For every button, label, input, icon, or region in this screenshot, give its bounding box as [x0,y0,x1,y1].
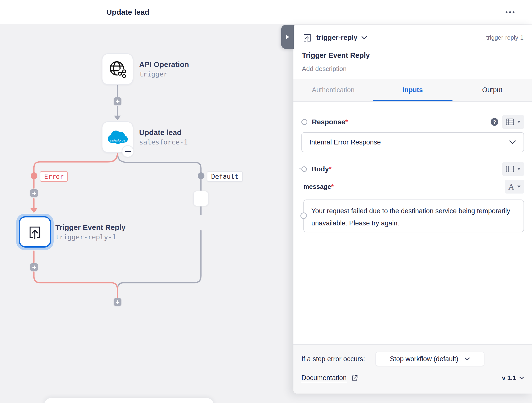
default-branch-endpoint[interactable] [193,191,209,206]
error-behavior-select[interactable]: Stop workflow (default) [375,352,484,366]
response-field-row: Response* ? [301,115,524,129]
external-link-icon [351,374,358,382]
step-id: trigger-reply-1 [486,34,524,41]
plus-icon [32,265,36,269]
add-step-button[interactable] [30,263,38,271]
api-globe-icon [109,60,127,78]
add-step-button[interactable] [114,97,121,105]
node-trigger-event-reply[interactable] [16,214,54,250]
body-label: Body* [311,165,332,173]
chevron-down-icon [465,357,470,360]
plus-icon [116,300,120,304]
error-behavior-label: If a step error occurs: [301,355,365,363]
required-marker: * [345,118,348,126]
required-marker: * [331,183,334,190]
plus-icon [116,99,120,103]
response-connector-radio[interactable] [301,119,307,125]
response-label: Response* [312,118,348,126]
required-marker: * [329,165,332,173]
node-api-operation[interactable] [102,53,133,85]
chevron-down-icon [509,140,516,144]
body-input-mode-button[interactable] [502,162,524,176]
minus-icon [125,151,131,152]
response-select-value: Internal Error Response [309,138,381,146]
node-subtitle: salesforce-1 [139,138,188,146]
caret-down-icon [517,121,521,123]
documentation-link[interactable]: Documentation [301,374,358,382]
panel-collapse-button[interactable] [281,25,294,49]
message-field-row: message* A [301,180,524,194]
message-type-button[interactable]: A [505,180,524,194]
node-title: API Operation [139,60,189,69]
node-title: Update lead [139,128,188,137]
svg-text:salesforce: salesforce [110,138,125,142]
table-icon [506,119,514,125]
default-branch-dot [198,172,204,179]
message-value: Your request failed due to the destinati… [311,207,510,227]
trigger-reply-icon [27,224,43,240]
more-options-button[interactable] [503,7,517,17]
add-step-button[interactable] [114,298,121,306]
step-selector-label: trigger-reply [316,34,357,42]
workflow-title: Update lead [106,0,149,24]
response-select[interactable]: Internal Error Response [301,132,524,152]
message-connector-ring[interactable] [300,212,307,219]
tree-guide-tick [299,168,302,169]
response-input-mode-button[interactable] [502,115,524,129]
body-field-row: Body* [301,162,524,176]
plus-icon [32,191,36,195]
tab-inputs[interactable]: Inputs [373,79,452,101]
node-title: Trigger Event Reply [55,223,126,232]
help-icon[interactable]: ? [491,118,498,126]
chevron-down-icon [519,377,524,379]
message-input[interactable]: Your request failed due to the destinati… [303,200,524,232]
panel-tabbar: Authentication Inputs Output [293,79,532,102]
version-selector[interactable]: v 1.1 [502,374,524,382]
step-title: Trigger Event Reply [302,51,524,60]
error-behavior-value: Stop workflow (default) [390,355,458,363]
body-connector-radio[interactable] [301,166,307,172]
add-step-button[interactable] [30,189,38,197]
inputs-tab-content: Response* ? [293,102,532,344]
panel-header: trigger-reply trigger-reply-1 Trigger Ev… [293,25,532,79]
chevron-down-icon [361,36,367,39]
table-icon [506,166,514,172]
default-branch-label[interactable]: Default [207,171,243,182]
ellipsis-icon [505,11,515,13]
bottom-panel-partial[interactable] [44,398,214,403]
salesforce-icon: salesforce [106,130,129,145]
node-selected-border [19,216,51,248]
caret-down-icon [517,168,521,170]
panel-footer: If a step error occurs: Stop workflow (d… [293,344,532,394]
error-branch-label[interactable]: Error [40,171,68,182]
node-subtitle: trigger-reply-1 [55,233,126,241]
body-field-section: Body* [301,162,524,232]
message-label: message* [303,183,334,191]
node-subtitle: trigger [139,70,189,78]
caret-down-icon [517,186,521,188]
chevron-right-icon [286,35,289,39]
error-branch-dot [31,172,37,179]
trigger-reply-icon [302,32,312,43]
tree-guide-line [299,165,299,235]
text-type-icon: A [509,182,514,191]
collapse-branches-button[interactable] [122,145,134,157]
tab-output[interactable]: Output [452,79,532,101]
step-config-panel: trigger-reply trigger-reply-1 Trigger Ev… [293,25,532,394]
top-header: Update lead [0,0,532,24]
step-description-placeholder[interactable]: Add description [302,65,524,73]
tab-authentication[interactable]: Authentication [293,79,373,101]
step-selector-dropdown[interactable]: trigger-reply [302,32,367,43]
